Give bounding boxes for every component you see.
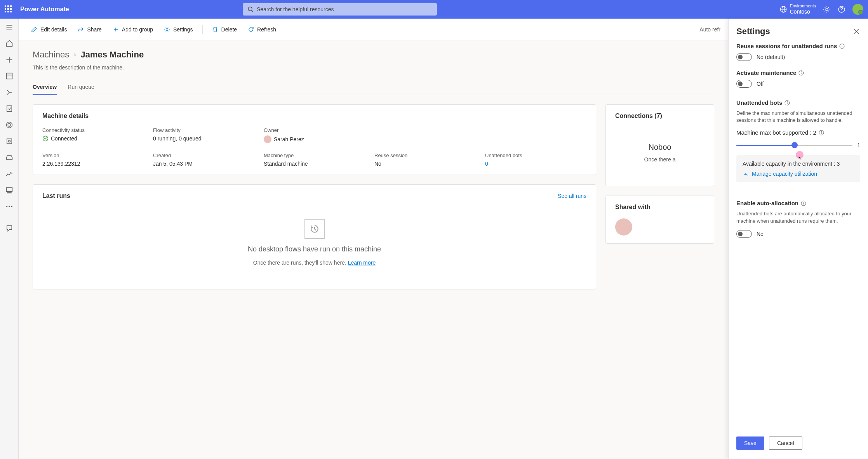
breadcrumb: Machines › James Machine bbox=[33, 50, 714, 60]
auto-alloc-value: No bbox=[757, 231, 764, 237]
create-icon[interactable] bbox=[5, 56, 13, 64]
templates-icon[interactable] bbox=[5, 72, 13, 80]
delete-button[interactable]: Delete bbox=[207, 23, 242, 36]
svg-rect-20 bbox=[7, 192, 11, 193]
connections-sub: Once there a bbox=[615, 156, 704, 163]
shared-with-card: Shared with bbox=[605, 196, 714, 244]
info-icon bbox=[801, 201, 806, 206]
plus-icon bbox=[113, 26, 119, 33]
top-header: Power Automate Environments Contoso bbox=[0, 0, 868, 19]
edit-details-button[interactable]: Edit details bbox=[26, 23, 71, 36]
ai-icon[interactable] bbox=[5, 137, 13, 145]
connectivity-value: Connected bbox=[42, 135, 144, 142]
reuse-sessions-toggle[interactable] bbox=[736, 53, 752, 61]
search-bar[interactable] bbox=[243, 3, 437, 16]
monitor-icon[interactable] bbox=[5, 170, 13, 178]
search-input[interactable] bbox=[257, 6, 432, 12]
svg-point-41 bbox=[821, 131, 821, 132]
settings-gear-icon[interactable] bbox=[823, 5, 831, 13]
checkmark-icon bbox=[42, 135, 49, 142]
nobody-text: Noboo bbox=[615, 143, 704, 152]
manage-capacity-link[interactable]: Manage capacity utilization bbox=[743, 171, 854, 177]
chatbot-icon[interactable] bbox=[5, 224, 13, 232]
svg-point-35 bbox=[801, 71, 802, 72]
more-icon[interactable] bbox=[5, 203, 13, 210]
svg-point-32 bbox=[842, 45, 842, 45]
owner-avatar-icon bbox=[264, 135, 271, 143]
share-icon bbox=[78, 26, 84, 33]
auto-alloc-desc: Unattended bots are automatically alloca… bbox=[736, 210, 860, 224]
svg-point-0 bbox=[248, 7, 252, 11]
svg-point-27 bbox=[43, 136, 48, 141]
empty-sub: Once there are runs, they'll show here. … bbox=[253, 260, 376, 266]
trash-icon bbox=[212, 26, 218, 33]
capacity-label: Available capacity in the environment : … bbox=[743, 161, 854, 167]
command-bar: Edit details Share Add to group Settings… bbox=[19, 19, 728, 40]
user-avatar[interactable] bbox=[852, 4, 863, 15]
learn-more-link[interactable]: Learn more bbox=[348, 260, 376, 266]
delete-label: Delete bbox=[221, 26, 237, 33]
slider-handle[interactable] bbox=[791, 142, 798, 148]
last-runs-title: Last runs bbox=[42, 192, 70, 199]
environment-picker[interactable]: Environments Contoso bbox=[780, 3, 816, 15]
machines-icon[interactable] bbox=[5, 186, 13, 194]
activate-maintenance-label: Activate maintenance bbox=[736, 69, 860, 76]
tab-overview[interactable]: Overview bbox=[33, 80, 57, 95]
approvals-icon[interactable] bbox=[5, 105, 13, 113]
help-icon[interactable] bbox=[838, 5, 845, 13]
gear-icon bbox=[164, 26, 170, 33]
capacity-box: Available capacity in the environment : … bbox=[736, 155, 860, 182]
history-icon bbox=[304, 219, 325, 239]
unattended-value[interactable]: 0 bbox=[485, 161, 586, 167]
home-icon[interactable] bbox=[5, 40, 13, 47]
add-group-label: Add to group bbox=[122, 26, 153, 33]
unattended-label: Unattended bots bbox=[485, 152, 586, 158]
svg-rect-17 bbox=[7, 139, 12, 144]
process-icon[interactable] bbox=[5, 121, 13, 129]
cancel-button[interactable]: Cancel bbox=[769, 436, 802, 450]
tabs: Overview Run queue bbox=[33, 80, 714, 95]
created-label: Created bbox=[153, 152, 254, 158]
owner-value: Sarah Perez bbox=[264, 135, 586, 143]
bot-slider[interactable]: ↖ bbox=[736, 145, 852, 146]
created-value: Jan 5, 05:43 PM bbox=[153, 161, 254, 167]
close-button[interactable] bbox=[852, 28, 860, 35]
flow-activity-label: Flow activity bbox=[153, 127, 254, 133]
svg-point-26 bbox=[166, 28, 168, 30]
refresh-icon bbox=[248, 26, 254, 33]
svg-point-15 bbox=[6, 122, 12, 128]
desktop-icon[interactable] bbox=[5, 154, 13, 161]
settings-button[interactable]: Settings bbox=[159, 23, 198, 36]
shared-with-title: Shared with bbox=[615, 204, 704, 211]
app-launcher-icon[interactable] bbox=[5, 5, 12, 13]
tab-run-queue[interactable]: Run queue bbox=[68, 80, 94, 95]
svg-point-23 bbox=[11, 206, 12, 207]
flows-icon[interactable] bbox=[5, 88, 13, 96]
svg-rect-12 bbox=[6, 73, 12, 79]
maintenance-toggle[interactable] bbox=[736, 80, 752, 88]
refresh-button[interactable]: Refresh bbox=[243, 23, 281, 36]
reuse-sessions-label: Reuse sessions for unattended runs bbox=[736, 43, 860, 49]
globe-icon bbox=[780, 6, 787, 13]
auto-refresh-label: Auto refr bbox=[699, 26, 720, 33]
machine-details-card: Machine details Connectivity status Conn… bbox=[33, 104, 596, 175]
nav-rail bbox=[0, 19, 19, 459]
unattended-bots-label: Unattended bots bbox=[736, 99, 860, 106]
svg-point-18 bbox=[8, 140, 10, 142]
svg-point-5 bbox=[826, 8, 828, 10]
svg-point-16 bbox=[8, 123, 11, 126]
auto-alloc-toggle[interactable] bbox=[736, 230, 752, 238]
add-to-group-button[interactable]: Add to group bbox=[108, 23, 158, 36]
shared-avatar-icon bbox=[615, 218, 632, 236]
env-name: Contoso bbox=[790, 9, 816, 15]
info-icon bbox=[785, 100, 790, 106]
version-value: 2.26.139.22312 bbox=[42, 161, 144, 167]
page-description: This is the description of the machine. bbox=[33, 64, 714, 71]
hamburger-icon[interactable] bbox=[5, 23, 13, 31]
share-button[interactable]: Share bbox=[73, 23, 106, 36]
svg-rect-14 bbox=[7, 106, 12, 112]
save-button[interactable]: Save bbox=[736, 436, 764, 450]
breadcrumb-root[interactable]: Machines bbox=[33, 50, 69, 60]
see-all-runs-link[interactable]: See all runs bbox=[558, 193, 586, 199]
settings-label: Settings bbox=[173, 26, 193, 33]
